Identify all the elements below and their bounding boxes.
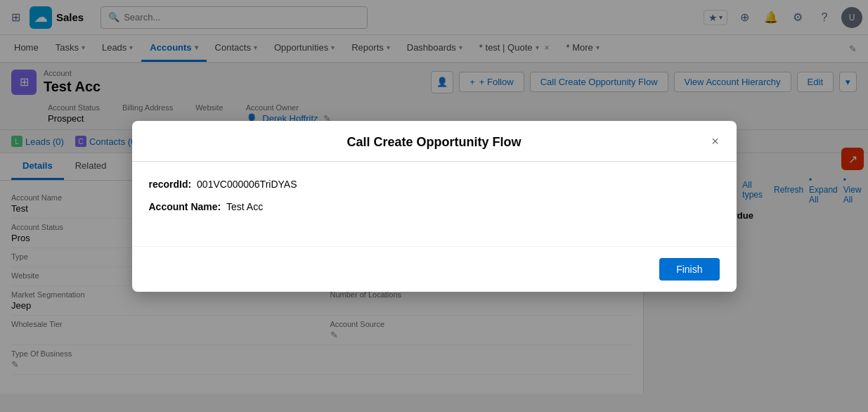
modal-field-account-name: Account Name: Test Acc — [149, 201, 720, 212]
modal-body: recordId: 001VC000006TriDYAS Account Nam… — [132, 162, 737, 246]
modal-dialog: Call Create Opportunity Flow × recordId:… — [132, 121, 737, 292]
account-name-value: Test Acc — [226, 201, 263, 212]
modal-title: Call Create Opportunity Flow — [346, 135, 521, 149]
modal-close-button[interactable]: × — [706, 132, 725, 152]
modal-header: Call Create Opportunity Flow — [132, 121, 737, 162]
record-id-label: recordId: — [149, 179, 192, 190]
record-id-value: 001VC000006TriDYAS — [197, 179, 297, 190]
modal-footer: Finish — [132, 246, 737, 292]
modal-overlay[interactable]: Call Create Opportunity Flow × recordId:… — [0, 0, 868, 412]
close-icon: × — [711, 134, 719, 149]
finish-button[interactable]: Finish — [659, 258, 719, 281]
account-name-label: Account Name: — [149, 201, 221, 212]
modal-field-record-id: recordId: 001VC000006TriDYAS — [149, 179, 720, 190]
